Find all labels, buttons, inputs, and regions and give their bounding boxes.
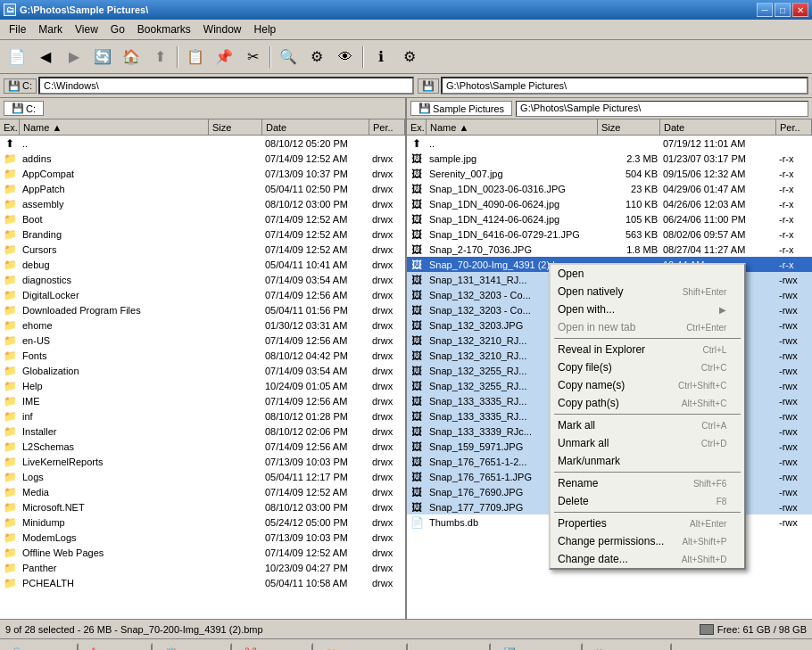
toolbar-up-button[interactable]: ⬆ (146, 45, 173, 70)
bottom-btn-close-wind---[interactable]: ✖Close wind... (586, 643, 672, 651)
left-file-row[interactable]: 📁 debug 05/04/11 10:41 AM drwx (0, 257, 405, 272)
right-header-size[interactable]: Size (598, 119, 660, 135)
left-file-row[interactable]: ⬆ .. 08/10/12 05:20 PM (0, 136, 405, 151)
left-file-list[interactable]: ⬆ .. 08/10/12 05:20 PM 📁 addins 07/14/09… (0, 136, 405, 619)
left-file-row[interactable]: 📁 L2Schemas 07/14/09 12:56 AM drwx (0, 439, 405, 454)
context-menu-item-open-natively[interactable]: Open natively Shift+Enter (551, 283, 744, 300)
right-path-input[interactable] (441, 77, 808, 95)
left-header-name[interactable]: Name ▲ (20, 119, 209, 135)
bottom-btn-make-dir--f7-[interactable]: 📁Make dir [F7] (317, 643, 408, 651)
toolbar-view-button[interactable]: 👁 (332, 45, 359, 70)
right-header-per[interactable]: Per.. (776, 119, 812, 135)
left-file-row[interactable]: 📁 AppPatch 05/04/11 02:50 PM drwx (0, 181, 405, 196)
left-file-row[interactable]: 📁 Fonts 08/10/12 04:42 PM drwx (0, 348, 405, 363)
left-file-row[interactable]: 📁 IME 07/14/09 12:56 AM drwx (0, 393, 405, 408)
menu-item-go[interactable]: Go (105, 21, 130, 37)
toolbar-forward-button[interactable]: ▶ (61, 45, 87, 70)
menu-item-help[interactable]: Help (249, 21, 282, 37)
bottom-btn-copy--f5-[interactable]: 📋Copy [F5] (156, 643, 233, 651)
left-file-row[interactable]: 📁 LiveKernelReports 07/13/09 10:03 PM dr… (0, 454, 405, 469)
left-file-row[interactable]: 📁 Downloaded Program Files 05/04/11 01:5… (0, 302, 405, 317)
left-file-row[interactable]: 📁 PCHEALTH 05/04/11 10:58 AM drwx (0, 575, 405, 590)
left-file-row[interactable]: 📁 AppCompat 07/13/09 10:37 PM drwx (0, 166, 405, 181)
left-file-row[interactable]: 📁 Installer 08/10/12 02:06 PM drwx (0, 424, 405, 439)
right-file-row[interactable]: ⬆ .. 07/19/12 11:01 AM (407, 136, 812, 151)
right-file-row[interactable]: 🖼 Serenity_007.jpg 504 KB 09/15/06 12:32… (407, 166, 812, 181)
toolbar-copy-button[interactable]: 📋 (182, 45, 209, 70)
context-menu-item-mark-all[interactable]: Mark all Ctrl+A (551, 416, 744, 434)
left-file-row[interactable]: 📁 Globalization 07/14/09 03:54 AM drwx (0, 363, 405, 378)
bottom-btn-edit--f4-[interactable]: ✏️Edit [F4] (82, 643, 153, 651)
bottom-btn-view--f3-[interactable]: 🔍View [F3] (4, 643, 79, 651)
context-menu-item-reveal-in-explorer[interactable]: Reveal in Explorer Ctrl+L (551, 341, 744, 358)
left-file-row[interactable]: 📁 ModemLogs 07/13/09 10:03 PM drwx (0, 530, 405, 545)
toolbar-gear-button[interactable]: ⚙ (396, 45, 423, 70)
right-tab-item[interactable]: 💾 Sample Pictures (410, 101, 512, 116)
bottom-btn-delete--f8-[interactable]: 🗑Delete [F8] (411, 643, 491, 651)
left-file-row[interactable]: 📁 assembly 08/10/12 03:00 PM drwx (0, 196, 405, 211)
maximize-button[interactable]: □ (775, 3, 791, 17)
toolbar-search-button[interactable]: 🔍 (275, 45, 302, 70)
bottom-btn-refresh--f9-[interactable]: 🔄Refresh [F9] (494, 643, 583, 651)
context-menu-item-properties[interactable]: Properties Alt+Enter (551, 514, 744, 532)
left-header-ex[interactable]: Ex.. (0, 119, 20, 135)
context-menu-item-rename[interactable]: Rename Shift+F6 (551, 474, 744, 492)
toolbar-refresh-button[interactable]: 🔄 (89, 45, 116, 70)
bottom-btn-move--f6-[interactable]: ✂️Move [F6] (236, 643, 313, 651)
left-file-row[interactable]: 📁 addins 07/14/09 12:52 AM drwx (0, 151, 405, 166)
left-file-row[interactable]: 📁 Logs 05/04/11 12:17 PM drwx (0, 469, 405, 484)
left-file-row[interactable]: 📁 Media 07/14/09 12:52 AM drwx (0, 484, 405, 499)
right-file-row[interactable]: 🖼 Snap_1DN_4124-06-0624.jpg 105 KB 06/24… (407, 211, 812, 226)
right-header-name[interactable]: Name ▲ (427, 119, 598, 135)
left-header-size[interactable]: Size (209, 119, 262, 135)
context-menu-item-copy-name-s-[interactable]: Copy name(s) Ctrl+Shift+C (551, 376, 744, 394)
left-file-row[interactable]: 📁 Offline Web Pages 07/14/09 12:52 AM dr… (0, 545, 405, 560)
context-menu-item-unmark-all[interactable]: Unmark all Ctrl+D (551, 434, 744, 452)
left-file-row[interactable]: 📁 ehome 01/30/12 03:31 AM drwx (0, 317, 405, 333)
left-file-row[interactable]: 📁 Help 10/24/09 01:05 AM drwx (0, 378, 405, 393)
toolbar-settings-button[interactable]: ⚙ (303, 45, 330, 70)
close-button[interactable]: ✕ (792, 3, 808, 17)
context-menu-item-copy-path-s-[interactable]: Copy path(s) Alt+Shift+C (551, 394, 744, 412)
left-file-row[interactable]: 📁 diagnostics 07/14/09 03:54 AM drwx (0, 272, 405, 287)
menu-item-bookmarks[interactable]: Bookmarks (132, 21, 196, 37)
left-file-row[interactable]: 📁 Cursors 07/14/09 12:52 AM drwx (0, 242, 405, 257)
right-file-row[interactable]: 🖼 Snap_1DN_4090-06-0624.jpg 110 KB 04/26… (407, 196, 812, 211)
toolbar-new-button[interactable]: 📄 (4, 45, 30, 70)
left-path-input[interactable] (38, 77, 414, 95)
menu-item-file[interactable]: File (4, 21, 31, 37)
left-file-row[interactable]: 📁 DigitalLocker 07/14/09 12:56 AM drwx (0, 287, 405, 302)
context-menu-item-change-permissions---[interactable]: Change permissions... Alt+Shift+P (551, 532, 744, 550)
left-file-row[interactable]: 📁 Branding 07/14/09 12:52 AM drwx (0, 226, 405, 242)
left-file-row[interactable]: 📁 Minidump 05/24/12 05:00 PM drwx (0, 514, 405, 530)
toolbar-paste-button[interactable]: 📌 (211, 45, 237, 70)
right-file-row[interactable]: 🖼 Snap_1DN_0023-06-0316.JPG 23 KB 04/29/… (407, 181, 812, 196)
left-file-row[interactable]: 📁 Boot 07/14/09 12:52 AM drwx (0, 211, 405, 226)
menu-item-window[interactable]: Window (198, 21, 247, 37)
context-menu-item-change-date---[interactable]: Change date... Alt+Shift+D (551, 550, 744, 568)
right-file-row[interactable]: 🖼 Snap_2-170_7036.JPG 1.8 MB 08/27/04 11… (407, 242, 812, 257)
context-menu-item-delete[interactable]: Delete F8 (551, 492, 744, 510)
context-menu-item-open[interactable]: Open (551, 265, 744, 283)
left-file-row[interactable]: 📁 en-US 07/14/09 12:56 AM drwx (0, 333, 405, 348)
left-file-row[interactable]: 📁 Microsoft.NET 08/10/12 03:00 PM drwx (0, 499, 405, 514)
menu-item-mark[interactable]: Mark (33, 21, 68, 37)
toolbar-home-button[interactable]: 🏠 (118, 45, 145, 70)
left-drive-label[interactable]: 💾 C: (4, 78, 37, 94)
toolbar-cut-button[interactable]: ✂ (239, 45, 266, 70)
left-header-date[interactable]: Date (262, 119, 369, 135)
context-menu-item-mark-unmark[interactable]: Mark/unmark (551, 452, 744, 470)
minimize-button[interactable]: ─ (757, 3, 773, 17)
left-file-row[interactable]: 📁 inf 08/10/12 01:28 PM drwx (0, 408, 405, 424)
toolbar-back-button[interactable]: ◀ (32, 45, 59, 70)
right-file-row[interactable]: 🖼 sample.jpg 2.3 MB 01/23/07 03:17 PM -r… (407, 151, 812, 166)
menu-item-view[interactable]: View (70, 21, 104, 37)
toolbar-info-button[interactable]: ℹ (368, 45, 394, 70)
right-header-date[interactable]: Date (660, 119, 776, 135)
context-menu-item-copy-file-s-[interactable]: Copy file(s) Ctrl+C (551, 358, 744, 376)
right-drive-label[interactable]: 💾 (418, 78, 439, 94)
left-header-per[interactable]: Per.. (369, 119, 405, 135)
right-file-row[interactable]: 🖼 Snap_1DN_6416-06-0729-21.JPG 563 KB 08… (407, 226, 812, 242)
context-menu-item-open-with---[interactable]: Open with... ▶ (551, 300, 744, 318)
right-header-ex[interactable]: Ex.. (407, 119, 427, 135)
